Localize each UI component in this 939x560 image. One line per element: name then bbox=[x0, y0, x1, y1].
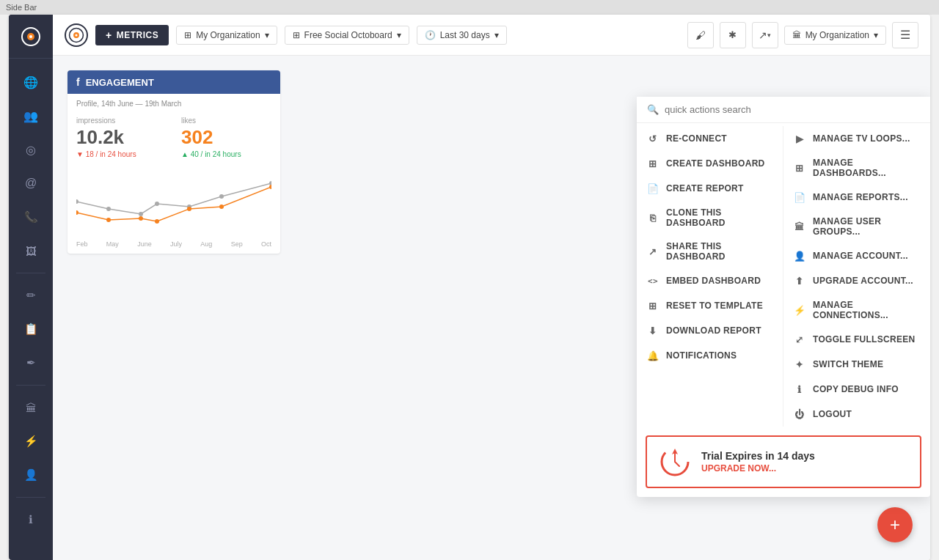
logo-icon bbox=[21, 26, 41, 47]
quick-actions-grid: ↺ RE-CONNECT ⊞ CREATE DASHBOARD 📄 CREATE… bbox=[637, 123, 930, 430]
manage-tv-icon: ▶ bbox=[794, 133, 805, 144]
svg-point-16 bbox=[155, 219, 159, 224]
likes-label: likes bbox=[181, 117, 271, 125]
qa-manage-tv[interactable]: ▶ MANAGE TV LOOPS... bbox=[783, 126, 930, 151]
globe-icon: 🌐 bbox=[23, 75, 38, 89]
board-dropdown[interactable]: ⊞ Free Social Octoboard ▾ bbox=[285, 26, 409, 45]
qa-manage-user-groups-label: MANAGE USER GROUPS... bbox=[813, 216, 920, 237]
sidebar-item-globe[interactable]: 🌐 bbox=[9, 66, 53, 98]
qa-reset-template[interactable]: ⊞ RESET TO TEMPLATE bbox=[637, 293, 783, 318]
qa-embed-dashboard[interactable]: <> EMBED DASHBOARD bbox=[637, 268, 783, 293]
qa-switch-theme-label: SWITCH THEME bbox=[813, 359, 883, 369]
qa-toggle-fullscreen[interactable]: ⤢ TOGGLE FULLSCREEN bbox=[783, 327, 930, 352]
upgrade-icon: ⬆ bbox=[794, 275, 805, 287]
likes-change: ▲ 40 / in 24 hours bbox=[181, 150, 271, 158]
svg-point-9 bbox=[155, 202, 159, 206]
qa-manage-reports-label: MANAGE REPORTS... bbox=[813, 192, 908, 202]
qa-manage-user-groups[interactable]: 🏛 MANAGE USER GROUPS... bbox=[783, 210, 930, 243]
org-dropdown-icon: ⊞ bbox=[184, 30, 191, 40]
sidebar-item-person[interactable]: 👤 bbox=[9, 459, 53, 491]
octopus-button[interactable]: ✱ bbox=[720, 22, 746, 48]
impressions-metric: impressions 10.2k ▼ 18 / in 24 hours bbox=[76, 117, 167, 158]
fab-button[interactable]: + bbox=[877, 507, 913, 542]
qa-download-report[interactable]: ⬇ DOWNLOAD REPORT bbox=[637, 318, 783, 343]
qa-logout[interactable]: ⏻ LOGOUT bbox=[783, 402, 930, 427]
qa-share-dashboard[interactable]: ↗ SHARE THIS DASHBOARD bbox=[637, 235, 783, 268]
svg-point-19 bbox=[269, 185, 271, 189]
sidebar-item-building[interactable]: 🏛 bbox=[9, 391, 53, 424]
qa-upgrade-account[interactable]: ⬆ UPGRADE ACCOUNT... bbox=[783, 268, 930, 293]
qa-manage-account[interactable]: 👤 MANAGE ACCOUNT... bbox=[783, 243, 930, 268]
qa-create-report-label: CREATE REPORT bbox=[666, 183, 744, 194]
date-dropdown[interactable]: 🕐 Last 30 days ▾ bbox=[417, 26, 507, 45]
date-dropdown-label: Last 30 days bbox=[440, 30, 490, 40]
trial-upgrade-link[interactable]: UPGRADE NOW... bbox=[701, 463, 908, 474]
facebook-icon: f bbox=[76, 76, 80, 88]
sidebar-item-edit[interactable]: ✏ bbox=[9, 279, 53, 312]
sidebar-item-image[interactable]: 🖼 bbox=[9, 235, 53, 267]
org-right-dropdown[interactable]: 🏛 My Organization ▾ bbox=[784, 26, 886, 45]
create-report-icon: 📄 bbox=[647, 183, 659, 194]
org-right-chevron: ▾ bbox=[874, 30, 878, 40]
widget-header: f ENGAGEMENT bbox=[67, 70, 280, 94]
hamburger-button[interactable]: ☰ bbox=[892, 22, 918, 48]
qa-reconnect[interactable]: ↺ RE-CONNECT bbox=[637, 126, 783, 151]
board-dropdown-label: Free Social Octoboard bbox=[304, 30, 392, 40]
quick-actions-search-input[interactable] bbox=[665, 104, 920, 115]
sidebar-item-lightning[interactable]: ⚡ bbox=[9, 425, 53, 457]
share-icon: ↗ bbox=[759, 29, 767, 41]
svg-point-5 bbox=[75, 34, 77, 36]
content-area: + METRICS ⊞ My Organization ▾ ⊞ Free Soc… bbox=[53, 15, 930, 560]
likes-metric: likes 302 ▲ 40 / in 24 hours bbox=[181, 117, 271, 158]
qa-switch-theme[interactable]: ✦ SWITCH THEME bbox=[783, 352, 930, 377]
qa-clone-dashboard[interactable]: ⎘ CLONE THIS DASHBOARD bbox=[637, 201, 783, 235]
org-dropdown-label: My Organization bbox=[196, 30, 260, 40]
theme-icon: ✦ bbox=[794, 358, 805, 370]
board-dropdown-icon: ⊞ bbox=[293, 30, 300, 40]
qa-manage-dashboards-label: MANAGE DASHBOARDS... bbox=[813, 158, 920, 178]
sidebar-logo bbox=[9, 15, 53, 59]
sidebar-item-users[interactable]: 👥 bbox=[9, 100, 53, 132]
qa-manage-dashboards[interactable]: ⊞ MANAGE DASHBOARDS... bbox=[783, 151, 930, 185]
at-icon: @ bbox=[25, 177, 37, 190]
qa-clone-dashboard-label: CLONE THIS DASHBOARD bbox=[666, 207, 772, 228]
sidebar-item-target[interactable]: ◎ bbox=[9, 133, 53, 166]
manage-dashboards-icon: ⊞ bbox=[794, 162, 805, 174]
brush-button[interactable]: 🖌 bbox=[687, 22, 714, 48]
sidebar-item-report[interactable]: 📋 bbox=[9, 313, 53, 345]
sidebar-item-pencil[interactable]: ✒ bbox=[9, 347, 53, 379]
image-icon: 🖼 bbox=[26, 245, 37, 257]
sidebar-item-info[interactable]: ℹ bbox=[9, 504, 53, 536]
svg-point-17 bbox=[187, 207, 191, 211]
reconnect-icon: ↺ bbox=[647, 133, 659, 144]
qa-manage-reports[interactable]: 📄 MANAGE REPORTS... bbox=[783, 185, 930, 210]
sidebar-item-phone[interactable]: 📞 bbox=[9, 201, 53, 233]
qa-reconnect-label: RE-CONNECT bbox=[666, 133, 727, 144]
search-icon: 🔍 bbox=[647, 104, 659, 115]
sidebar-divider-2 bbox=[16, 385, 45, 386]
qa-create-report[interactable]: 📄 CREATE REPORT bbox=[637, 176, 783, 201]
connections-icon: ⚡ bbox=[794, 304, 805, 316]
org-right-label: My Organization bbox=[805, 30, 869, 40]
org-dropdown[interactable]: ⊞ My Organization ▾ bbox=[176, 26, 277, 45]
qa-copy-debug[interactable]: ℹ COPY DEBUG INFO bbox=[783, 377, 930, 402]
info-icon: ℹ bbox=[29, 513, 33, 526]
brush-icon: 🖌 bbox=[695, 29, 706, 41]
sidebar-item-at[interactable]: @ bbox=[9, 167, 53, 199]
metrics-button[interactable]: + METRICS bbox=[95, 25, 169, 45]
date-dropdown-chevron: ▾ bbox=[494, 30, 499, 40]
clone-icon: ⎘ bbox=[647, 212, 659, 224]
share-button[interactable]: ↗ ▾ bbox=[752, 22, 778, 48]
qa-copy-debug-label: COPY DEBUG INFO bbox=[813, 384, 899, 394]
building-icon: 🏛 bbox=[26, 402, 37, 414]
widget-metrics: impressions 10.2k ▼ 18 / in 24 hours lik… bbox=[67, 114, 280, 166]
qa-create-dashboard[interactable]: ⊞ CREATE DASHBOARD bbox=[637, 151, 783, 176]
share-chevron: ▾ bbox=[767, 32, 771, 39]
org-right-icon: 🏛 bbox=[792, 30, 801, 40]
qa-notifications[interactable]: 🔔 NOTIFICATIONS bbox=[637, 343, 783, 368]
qa-toggle-fullscreen-label: TOGGLE FULLSCREEN bbox=[813, 334, 916, 345]
embed-icon: <> bbox=[647, 275, 659, 287]
qa-manage-connections[interactable]: ⚡ MANAGE CONNECTIONS... bbox=[783, 293, 930, 327]
svg-point-13 bbox=[76, 210, 78, 215]
edit-icon: ✏ bbox=[26, 289, 36, 302]
